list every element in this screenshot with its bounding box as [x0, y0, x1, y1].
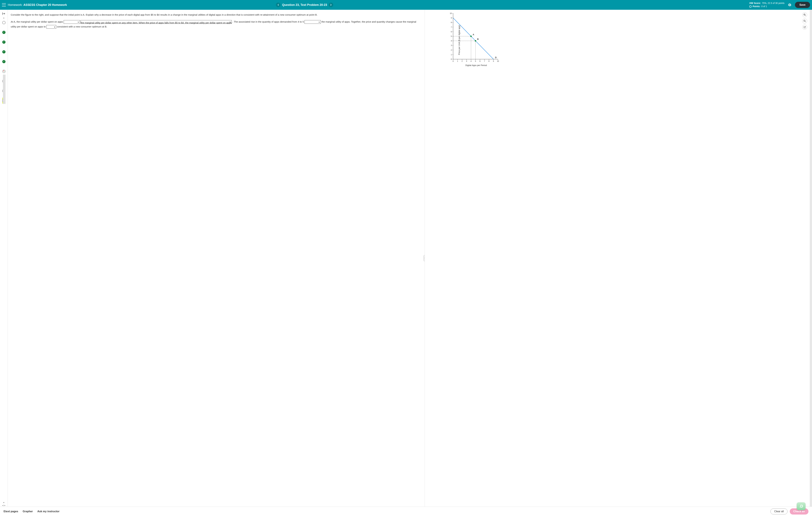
svg-point-58	[470, 35, 472, 37]
svg-text:5: 5	[475, 60, 476, 62]
svg-text:2: 2	[462, 60, 463, 62]
zoom-out-button[interactable]	[802, 19, 807, 23]
main-area: ▲ ▼ ◂ | ▸ Consider the figure to the rig…	[0, 10, 812, 507]
header-right: HW Score: 75%, 22.5 of 30 points Points:…	[749, 2, 810, 8]
points-status-icon	[749, 5, 752, 8]
question-item[interactable]	[2, 50, 5, 53]
sidebar-mini-nav[interactable]: ◂ | ▸	[2, 504, 5, 507]
svg-line-5	[805, 21, 806, 22]
figure-pane: Price per Unit ($ per digital app) 01234…	[425, 10, 810, 507]
points-label: Points:	[753, 5, 760, 8]
question-pane: Consider the figure to the right, and su…	[8, 10, 425, 507]
popout-button[interactable]	[802, 25, 807, 30]
svg-text:9: 9	[493, 60, 494, 62]
svg-text:7: 7	[484, 60, 485, 62]
etext-link[interactable]: Etext pages	[4, 510, 18, 513]
menu-icon[interactable]	[2, 3, 6, 6]
ask-instructor-link[interactable]: Ask my instructor	[37, 510, 59, 513]
svg-text:1: 1	[451, 54, 452, 56]
answer-block: At A, the marginal utility per dollar sp…	[11, 19, 420, 29]
x-axis-label: Digital Apps per Period	[448, 64, 504, 66]
dropdown-1[interactable]	[64, 20, 80, 24]
clear-all-button[interactable]: Clear all	[771, 509, 787, 514]
sidebar-scrollbar[interactable]	[3, 75, 5, 104]
chevron-right-icon	[330, 4, 331, 6]
save-button[interactable]: Save	[795, 2, 810, 8]
svg-text:A: A	[472, 33, 474, 36]
dropdown-4[interactable]	[47, 25, 56, 29]
svg-text:7: 7	[451, 26, 452, 28]
question-nav: Question 23, Text Problem 20-23	[276, 3, 333, 7]
svg-text:1: 1	[457, 60, 458, 62]
grapher-link[interactable]: Grapher	[23, 510, 33, 513]
next-question-button[interactable]	[329, 3, 333, 7]
top-bar: Homework: ASSESS Chapter 20 Homework Que…	[0, 0, 812, 10]
svg-text:B: B	[477, 38, 478, 40]
y-axis-label: Price per Unit ($ per digital app)	[458, 25, 460, 55]
svg-text:6: 6	[480, 60, 481, 62]
svg-line-1	[805, 15, 806, 16]
question-label: Question 23, Text Problem 20-23	[282, 3, 327, 7]
dropdown-3[interactable]	[304, 20, 321, 24]
answer-frag: consistent with a new consumer optimum a…	[57, 25, 107, 28]
svg-text:0: 0	[453, 60, 454, 62]
popout-icon	[804, 26, 806, 28]
floating-badge[interactable]: D	[797, 503, 806, 510]
svg-text:10: 10	[450, 12, 452, 14]
scroll-up-icon[interactable]: ▲	[3, 17, 5, 19]
svg-text:10: 10	[497, 60, 499, 62]
homework-name: ASSESS Chapter 20 Homework	[23, 3, 67, 6]
settings-icon[interactable]	[788, 3, 792, 7]
zoom-out-icon	[803, 20, 806, 22]
svg-text:6: 6	[451, 31, 452, 33]
chart: Price per Unit ($ per digital app) 01234…	[448, 12, 504, 67]
svg-text:8: 8	[488, 60, 489, 62]
zoom-in-button[interactable]	[802, 12, 807, 17]
svg-text:3: 3	[451, 45, 452, 46]
svg-text:0: 0	[451, 58, 452, 60]
footer: Etext pages Grapher Ask my instructor Cl…	[0, 507, 812, 516]
homework-title: Homework: ASSESS Chapter 20 Homework	[8, 3, 67, 7]
svg-text:3: 3	[466, 60, 467, 62]
answer-frag[interactable]: the marginal utility per dollar spent on…	[81, 20, 232, 24]
graph-toolbar	[802, 12, 807, 30]
question-item[interactable]	[2, 60, 5, 63]
question-sidebar: ▲ ▼ ◂ | ▸	[0, 10, 8, 507]
chart-svg: 012345678910012345678910DAB	[448, 12, 499, 63]
svg-text:9: 9	[451, 17, 452, 19]
hw-score-value: 75%, 22.5 of 30 points	[762, 2, 784, 5]
svg-text:8: 8	[451, 22, 452, 23]
answer-frag: At A, the marginal utility per dollar sp…	[11, 20, 64, 23]
svg-text:2: 2	[451, 49, 452, 51]
svg-text:4: 4	[470, 60, 471, 62]
chevron-left-icon	[278, 4, 279, 6]
content: Consider the figure to the right, and su…	[8, 10, 810, 507]
svg-text:4: 4	[451, 40, 452, 42]
points-value: 0 of 1	[761, 5, 767, 8]
scroll-down-icon[interactable]: ▼	[3, 502, 5, 504]
zoom-in-icon	[803, 13, 806, 16]
question-item[interactable]	[2, 31, 5, 34]
score-block: HW Score: 75%, 22.5 of 30 points Points:…	[749, 2, 784, 8]
expand-sidebar-button[interactable]	[2, 11, 6, 16]
question-item[interactable]	[2, 70, 5, 73]
answer-frag: . The associated rise in the quantity of…	[232, 20, 304, 23]
hw-score-label: HW Score:	[749, 2, 761, 5]
prev-question-button[interactable]	[276, 3, 281, 7]
pane-splitter[interactable]: ⋮⋮	[424, 255, 425, 262]
question-item[interactable]	[2, 40, 5, 44]
svg-text:5: 5	[451, 35, 452, 37]
svg-point-60	[475, 40, 476, 42]
question-prompt: Consider the figure to the right, and su…	[11, 13, 420, 17]
question-list	[2, 19, 5, 501]
question-item[interactable]	[2, 21, 5, 24]
homework-label: Homework:	[8, 3, 23, 6]
right-scrollbar[interactable]	[810, 10, 812, 507]
svg-text:D: D	[495, 56, 496, 59]
